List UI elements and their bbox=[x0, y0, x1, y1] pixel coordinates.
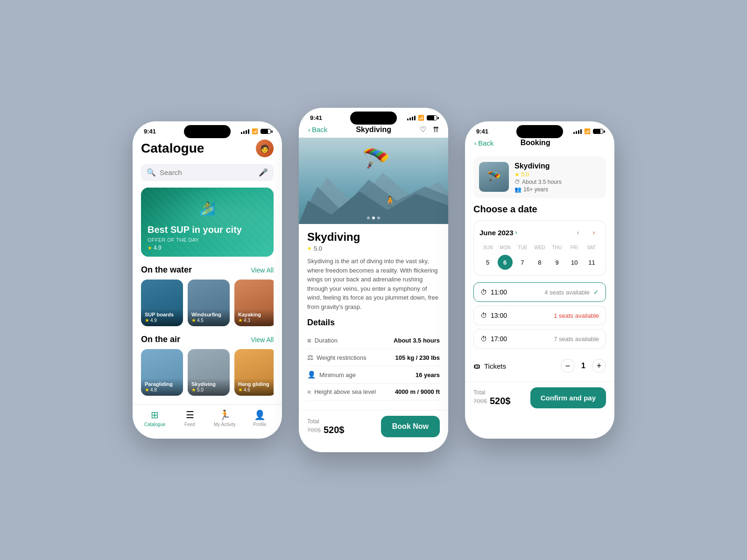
choose-date-section: Choose a date June 2023 › ‹ › SUN MON TU… bbox=[465, 204, 614, 276]
battery-icon bbox=[427, 115, 437, 120]
calendar-day-6[interactable]: 6 bbox=[498, 255, 513, 270]
nav-item-feed[interactable]: ☰ Feed bbox=[172, 409, 207, 427]
feed-icon: ☰ bbox=[186, 409, 194, 420]
list-item[interactable]: Hang gliding ★ 4.6 bbox=[234, 349, 274, 396]
calendar-day-8[interactable]: 8 bbox=[532, 255, 547, 270]
booking-duration-text: About 3.5 hours bbox=[522, 179, 562, 185]
nav-item-catalogue[interactable]: ⊞ Catalogue bbox=[137, 409, 172, 427]
time-slot-1100[interactable]: ⏱ 11:00 4 seats available ✓ bbox=[473, 282, 606, 302]
card-info-wind: Windsurfing ★ 4.5 bbox=[188, 309, 230, 326]
time-slot-1300[interactable]: ⏱ 13:00 1 seats available bbox=[473, 306, 606, 325]
list-item[interactable]: Kayaking ★ 4.3 bbox=[234, 280, 274, 326]
time-1300-left: ⏱ 13:00 bbox=[480, 312, 507, 319]
day-name-wed: WED bbox=[531, 243, 549, 252]
activity-description: Skydiving is the art of diving into the … bbox=[307, 257, 440, 311]
list-item[interactable]: SUP boards ★ 4.9 bbox=[141, 280, 183, 326]
ticket-stepper: − 1 + bbox=[561, 359, 606, 373]
activity-name: Skydiving bbox=[307, 231, 440, 244]
dot-3[interactable] bbox=[377, 217, 380, 219]
sup-figure: 🏄 bbox=[199, 201, 216, 216]
dot-2[interactable] bbox=[372, 217, 375, 219]
calendar-prev-button[interactable]: ‹ bbox=[572, 226, 584, 238]
offer-tag: OFFER OF THE DAY bbox=[148, 237, 267, 243]
booking-current-price: 520$ bbox=[490, 396, 511, 406]
duration-text: Duration bbox=[315, 337, 338, 344]
booking-total-area: Total 700$ 520$ bbox=[473, 389, 510, 406]
back-button[interactable]: ‹ Back bbox=[308, 126, 327, 133]
confirm-footer: Total 700$ 520$ Confirm and pay bbox=[465, 381, 614, 414]
time-slot-1700[interactable]: ⏱ 17:00 7 seats available bbox=[473, 329, 606, 349]
decrease-tickets-button[interactable]: − bbox=[561, 359, 575, 373]
calendar-day-10[interactable]: 10 bbox=[567, 255, 582, 270]
phone-skydiving: 9:41 📶 ‹ Back Skydiving ♡ ⇈ bbox=[299, 108, 448, 452]
day-name-tue: TUE bbox=[514, 243, 531, 252]
time-1700-value: 17:00 bbox=[491, 335, 507, 343]
calendar-day-11[interactable]: 11 bbox=[584, 255, 599, 270]
kayak-rating: 4.3 bbox=[244, 318, 250, 323]
calendar-next-button[interactable]: › bbox=[588, 226, 600, 238]
signal-icon bbox=[573, 129, 582, 134]
time-1: 9:41 bbox=[144, 128, 156, 135]
sky-rating: 5.0 bbox=[197, 387, 204, 392]
booking-page-title: Booking bbox=[521, 139, 550, 147]
feed-label: Feed bbox=[184, 422, 195, 427]
chevron-left-icon: ‹ bbox=[474, 139, 477, 147]
duration-value: About 3.5 hours bbox=[394, 337, 440, 344]
booking-age: 👥 16+ years bbox=[514, 186, 600, 193]
time-1700-seats: 7 seats available bbox=[554, 336, 599, 343]
avatar[interactable]: 🧑 bbox=[256, 140, 274, 157]
detail-page-title: Skydiving bbox=[356, 126, 391, 134]
day-name-thu: THU bbox=[548, 243, 565, 252]
sup-rating: 4.9 bbox=[150, 318, 157, 323]
time-1100-value: 11:00 bbox=[491, 288, 507, 296]
chevron-right-icon: › bbox=[515, 229, 517, 236]
card-rating-para: ★ 4.8 bbox=[145, 387, 179, 393]
time-slots: ⏱ 11:00 4 seats available ✓ ⏱ 13:00 1 se… bbox=[465, 282, 614, 349]
skydiver-icon: 🧍 bbox=[384, 196, 396, 207]
book-now-button[interactable]: Book Now bbox=[381, 416, 440, 437]
card-rating-sup: ★ 4.9 bbox=[145, 317, 179, 323]
phone-catalogue: 9:41 📶 Catalogue 🧑 🔍 🎤 bbox=[133, 121, 282, 439]
profile-label: Profile bbox=[253, 422, 266, 427]
nav-item-my-activity[interactable]: 🏃 My Activity bbox=[207, 409, 242, 427]
wind-rating: 4.5 bbox=[197, 318, 204, 323]
calendar-day-9[interactable]: 9 bbox=[550, 255, 564, 270]
dot-1[interactable] bbox=[367, 217, 370, 219]
age-text: Minimum age bbox=[319, 371, 356, 378]
card-name-hang: Hang gliding bbox=[238, 381, 273, 387]
list-item[interactable]: Windsurfing ★ 4.5 bbox=[188, 280, 230, 326]
calendar-day-5[interactable]: 5 bbox=[480, 255, 495, 270]
age-icon: 👥 bbox=[514, 186, 521, 193]
star-icon: ★ bbox=[145, 317, 149, 323]
card-name-sky: Skydiving bbox=[191, 381, 226, 387]
clock-icon: ⏱ bbox=[514, 179, 520, 185]
star-icon: ★ bbox=[191, 387, 196, 393]
share-icon[interactable]: ⇈ bbox=[433, 125, 439, 134]
search-bar[interactable]: 🔍 🎤 bbox=[141, 164, 274, 181]
wifi-icon: 📶 bbox=[584, 128, 591, 134]
booking-activity-card: 🪂 Skydiving ★ 5.0 ⏱ About 3.5 hours 👥 16… bbox=[473, 156, 606, 198]
on-water-view-all[interactable]: View All bbox=[251, 266, 274, 274]
offer-banner[interactable]: 🏄 Best SUP in your city OFFER OF THE DAY… bbox=[141, 188, 274, 257]
booking-back-button[interactable]: ‹ Back bbox=[474, 139, 493, 147]
offer-title: Best SUP in your city bbox=[148, 224, 267, 235]
price-row: 700$ 520$ bbox=[307, 425, 344, 435]
tickets-text: Tickets bbox=[484, 362, 506, 370]
calendar-day-7[interactable]: 7 bbox=[515, 255, 530, 270]
activity-rating-value: 5.0 bbox=[314, 245, 322, 252]
on-air-view-all[interactable]: View All bbox=[251, 336, 274, 343]
offer-rating: ★ 4.9 bbox=[148, 245, 267, 251]
search-input[interactable] bbox=[160, 168, 255, 176]
confirm-pay-button[interactable]: Confirm and pay bbox=[530, 387, 606, 408]
calendar-month-label: June 2023 bbox=[479, 229, 514, 237]
age-value: 16 years bbox=[416, 371, 440, 378]
list-item[interactable]: Skydiving ★ 5.0 bbox=[188, 349, 230, 396]
heart-icon[interactable]: ♡ bbox=[420, 125, 426, 134]
time-3: 9:41 bbox=[476, 128, 488, 135]
list-item[interactable]: Paragliding ★ 4.8 bbox=[141, 349, 183, 396]
on-air-title: On the air bbox=[141, 335, 180, 344]
phones-container: 9:41 📶 Catalogue 🧑 🔍 🎤 bbox=[114, 80, 633, 480]
increase-tickets-button[interactable]: + bbox=[592, 359, 606, 373]
microphone-icon[interactable]: 🎤 bbox=[259, 168, 268, 177]
nav-item-profile[interactable]: 👤 Profile bbox=[242, 409, 277, 427]
